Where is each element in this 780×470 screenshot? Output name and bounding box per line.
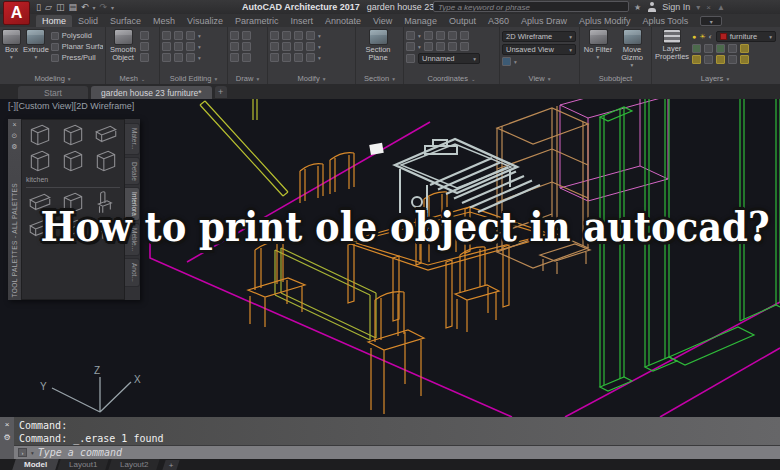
tab-drawing[interactable]: garden house 23 furniture* xyxy=(91,86,212,99)
panel-caption-coordinates[interactable]: Coordinates⌄ xyxy=(406,73,497,84)
modify-tool-icon[interactable] xyxy=(270,42,279,51)
smooth-object-button[interactable]: Smooth Object xyxy=(108,29,138,62)
tab-annotate[interactable]: Annotate xyxy=(319,15,367,27)
mesh-tool-icon[interactable] xyxy=(140,31,149,40)
ucs-tool-icon[interactable] xyxy=(436,42,445,51)
layer-tool-icon[interactable] xyxy=(704,55,713,64)
viewport-controls[interactable]: [-][Custom View][2D Wireframe] xyxy=(8,101,134,111)
tab-layout1[interactable]: Layout1 xyxy=(57,459,109,470)
press-pull-button[interactable]: Press/Pull xyxy=(51,53,103,62)
ucs-tool-icon[interactable] xyxy=(424,42,433,51)
named-view-combo[interactable]: Unsaved View▾ xyxy=(502,44,576,55)
tab-visualize[interactable]: Visualize xyxy=(181,15,229,27)
application-menu-button[interactable]: A xyxy=(3,1,30,25)
layer-on-icon[interactable]: ● xyxy=(692,33,696,40)
tab-start[interactable]: Start xyxy=(18,86,88,99)
solid-edit-icon[interactable] xyxy=(186,42,195,51)
panel-caption-mesh[interactable]: Mesh⌄ xyxy=(108,73,157,84)
modify-tool-icon[interactable] xyxy=(306,31,315,40)
tab-layout2[interactable]: Layout2 xyxy=(108,459,160,470)
new-layout-button[interactable]: + xyxy=(162,460,179,470)
draw-tool-icon[interactable] xyxy=(242,53,251,62)
modify-tool-icon[interactable] xyxy=(270,31,279,40)
save-icon[interactable]: ◫ xyxy=(56,1,65,13)
command-customize-icon[interactable]: ⚙ xyxy=(3,433,10,442)
ucs-tool-icon[interactable] xyxy=(406,42,415,51)
layer-freeze-icon[interactable]: ☀ xyxy=(699,33,705,41)
tab-mesh[interactable]: Mesh xyxy=(147,15,181,27)
ucs-tool-icon[interactable] xyxy=(436,31,445,40)
panel-caption-section[interactable]: Section▾ xyxy=(358,73,401,84)
layer-tool-icon[interactable] xyxy=(692,55,701,64)
qat-customize-icon[interactable]: ▾ xyxy=(111,4,114,11)
layer-tool-icon[interactable] xyxy=(716,55,725,64)
palette-autohide-icon[interactable]: ⊙ xyxy=(12,132,18,140)
modify-tool-icon[interactable] xyxy=(306,42,315,51)
polysolid-button[interactable]: Polysolid xyxy=(51,31,103,40)
tab-home[interactable]: Home xyxy=(36,15,72,27)
palette-close-icon[interactable]: × xyxy=(12,121,16,129)
ucs-tool-icon[interactable] xyxy=(448,42,457,51)
modify-tool-icon[interactable] xyxy=(282,31,291,40)
visual-style-combo[interactable]: 2D Wireframe▾ xyxy=(502,31,576,42)
drawing-canvas[interactable]: [-][Custom View][2D Wireframe] xyxy=(0,99,780,417)
viewport-config-icon[interactable] xyxy=(502,57,511,66)
section-plane-button[interactable]: Section Plane xyxy=(358,29,398,62)
layer-tool-icon[interactable] xyxy=(740,55,749,64)
ucs-tool-icon[interactable] xyxy=(406,54,415,63)
command-recent-icon[interactable]: ▾ xyxy=(31,450,34,456)
modify-tool-icon[interactable] xyxy=(270,53,279,62)
ucs-tool-icon[interactable] xyxy=(424,31,433,40)
palette-item-cabinet[interactable] xyxy=(60,149,86,173)
layer-tool-icon[interactable] xyxy=(716,44,725,53)
palette-tab-anot[interactable]: Anot... xyxy=(125,258,140,287)
undo-icon[interactable]: ↶ xyxy=(81,1,89,13)
draw-tool-icon[interactable] xyxy=(242,42,251,51)
solid-edit-icon[interactable] xyxy=(186,53,195,62)
solid-edit-icon[interactable] xyxy=(162,31,171,40)
draw-tool-icon[interactable] xyxy=(230,31,239,40)
plot-icon[interactable]: ▤ xyxy=(68,1,77,13)
exchange-apps-icon[interactable]: × xyxy=(706,3,711,12)
draw-tool-icon[interactable] xyxy=(230,42,239,51)
tab-model[interactable]: Model xyxy=(12,459,59,470)
ucs-tool-icon[interactable] xyxy=(460,31,469,40)
extrude-button[interactable]: Extrude ▾ xyxy=(23,29,49,59)
tab-aplus-tools[interactable]: Aplus Tools xyxy=(637,15,695,27)
ucs-tool-icon[interactable] xyxy=(460,42,469,51)
tab-aplus-modify[interactable]: Aplus Modify xyxy=(573,15,637,27)
panel-caption-modify[interactable]: Modify▾ xyxy=(270,73,353,84)
tab-output[interactable]: Output xyxy=(443,15,482,27)
command-close-icon[interactable]: × xyxy=(5,420,10,429)
palette-item-cabinet[interactable] xyxy=(93,149,119,173)
modify-tool-icon[interactable] xyxy=(294,42,303,51)
tab-aplus-draw[interactable]: Aplus Draw xyxy=(515,15,573,27)
panel-caption-subobject[interactable]: Subobject xyxy=(582,73,649,84)
ribbon-display-toggle-icon[interactable]: ▾ xyxy=(700,16,722,26)
layer-tool-icon[interactable] xyxy=(728,44,737,53)
solid-edit-icon[interactable] xyxy=(162,42,171,51)
tab-insert[interactable]: Insert xyxy=(284,15,319,27)
sign-in-button[interactable]: Sign In xyxy=(662,2,690,12)
ucs-tool-icon[interactable] xyxy=(448,31,457,40)
layer-tool-icon[interactable] xyxy=(740,44,749,53)
infocenter-search-input[interactable]: Type a keyword or phrase xyxy=(433,1,629,12)
panel-caption-layers[interactable]: Layers▾ xyxy=(654,73,776,84)
panel-caption-view[interactable]: View▾ xyxy=(502,73,577,84)
ucs-named-combo[interactable]: Unnamed▾ xyxy=(418,53,480,64)
a360-icon[interactable]: ▲ xyxy=(717,3,725,12)
solid-edit-icon[interactable] xyxy=(174,42,183,51)
solid-edit-icon[interactable] xyxy=(162,53,171,62)
solid-edit-icon[interactable] xyxy=(174,53,183,62)
solid-edit-icon[interactable] xyxy=(174,31,183,40)
mesh-tool-icon[interactable] xyxy=(140,42,149,51)
no-filter-button[interactable]: No Filter ▾ xyxy=(582,29,614,59)
modify-tool-icon[interactable] xyxy=(282,42,291,51)
draw-tool-icon[interactable] xyxy=(242,31,251,40)
ucs-tool-icon[interactable] xyxy=(406,31,415,40)
undo-dropdown-icon[interactable]: ▾ xyxy=(92,4,95,11)
modify-tool-icon[interactable] xyxy=(294,53,303,62)
layer-properties-button[interactable]: Layer Properties xyxy=(654,29,690,61)
panel-caption-modeling[interactable]: Modeling▾ xyxy=(2,73,103,84)
tab-manage[interactable]: Manage xyxy=(398,15,443,27)
